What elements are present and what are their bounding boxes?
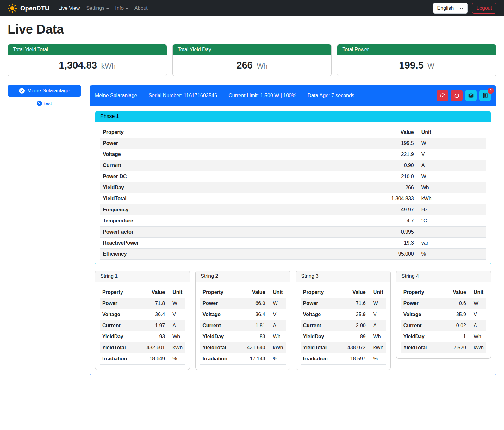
value-cell: 71.6 xyxy=(339,298,368,309)
event-log-button[interactable]: 2 xyxy=(479,90,491,101)
inverter-select-button[interactable]: Meine Solaranlage xyxy=(8,85,81,97)
page-title: Live Data xyxy=(8,22,496,36)
nav-about[interactable]: About xyxy=(131,3,151,14)
value-cell: 93 xyxy=(138,331,167,342)
unit-cell: % xyxy=(268,353,286,365)
property-cell: Current xyxy=(301,320,339,331)
property-cell: Power xyxy=(100,138,289,149)
unit-cell: V xyxy=(167,309,185,320)
unit-cell: kWh xyxy=(167,342,185,353)
data-age: Data Age: 7 seconds xyxy=(308,93,354,98)
value-header: Value xyxy=(238,287,268,298)
string-3-card: String 3 Property Value Unit xyxy=(296,271,391,370)
unit-cell: % xyxy=(416,249,486,260)
table-row: Frequency49.97Hz xyxy=(100,204,486,215)
property-header: Property xyxy=(401,287,442,298)
property-cell: YieldDay xyxy=(301,331,339,342)
property-header: Property xyxy=(200,287,238,298)
value-cell: 221.9 xyxy=(289,149,416,160)
nav-live-view[interactable]: Live View xyxy=(55,3,83,14)
property-cell: YieldDay xyxy=(100,182,289,193)
string-table: Property Value Unit Power0.6WVoltage35.9… xyxy=(401,287,486,353)
phase-card-body: Property Value Unit Power199.5WVoltage22… xyxy=(95,122,491,265)
unit-cell: Hz xyxy=(416,204,486,215)
value-cell: 66.0 xyxy=(238,298,268,309)
nav-settings-label: Settings xyxy=(86,5,104,11)
value-cell: 2.00 xyxy=(339,320,368,331)
summary-card-title: Total Yield Total xyxy=(8,44,167,55)
value-cell: 36.4 xyxy=(138,309,167,320)
summary-card-body: 199.5 W xyxy=(337,55,496,76)
string-table: Property Value Unit Power66.0WVoltage36.… xyxy=(200,287,285,365)
unit-header: Unit xyxy=(469,287,486,298)
property-cell: YieldTotal xyxy=(200,342,238,353)
string-card-body: Property Value Unit Power0.6WVoltage35.9… xyxy=(396,282,491,358)
value-cell: 89 xyxy=(339,331,368,342)
value-cell: 17.143 xyxy=(238,353,268,365)
table-row: Voltage36.4V xyxy=(100,309,185,320)
inverter-panel-header: Meine Solaranlage Serial Number: 1161716… xyxy=(90,85,496,106)
table-row: YieldTotal432.601kWh xyxy=(100,342,185,353)
summary-cards: Total Yield Total 1,304.83 kWh Total Yie… xyxy=(8,44,496,76)
table-row: Voltage35.9V xyxy=(401,309,486,320)
value-header: Value xyxy=(442,287,469,298)
inverter-selected-label: Meine Solaranlage xyxy=(27,88,69,94)
property-cell: Current xyxy=(100,320,138,331)
event-count-badge: 2 xyxy=(488,88,494,94)
unit-cell: kWh xyxy=(416,193,486,204)
property-cell: YieldDay xyxy=(100,331,138,342)
table-row: ReactivePower19.3var xyxy=(100,238,486,249)
summary-card-body: 1,304.83 kWh xyxy=(8,55,167,76)
value-cell: 438.072 xyxy=(339,342,368,353)
sun-logo-icon xyxy=(8,3,17,13)
brand-link[interactable]: OpenDTU xyxy=(8,3,49,13)
total-yield-day-card: Total Yield Day 266 Wh xyxy=(172,44,332,76)
table-row: Power71.6W xyxy=(301,298,386,309)
summary-value: 199.5 xyxy=(399,60,424,71)
table-row: Irradiation18.597% xyxy=(301,353,386,365)
device-info-button[interactable] xyxy=(465,90,477,101)
inverter-item-test[interactable]: test xyxy=(8,101,81,106)
unit-cell: A xyxy=(268,320,286,331)
logout-button[interactable]: Logout xyxy=(472,3,496,14)
nav-info[interactable]: Info xyxy=(112,3,131,14)
nav-settings[interactable]: Settings xyxy=(83,3,112,14)
property-cell: Current xyxy=(401,320,442,331)
serial-number: Serial Number: 116171603546 xyxy=(148,93,217,98)
summary-card-title: Total Power xyxy=(337,44,496,55)
property-cell: Voltage xyxy=(200,309,238,320)
table-row: Power199.5W xyxy=(100,138,486,149)
unit-header: Unit xyxy=(167,287,185,298)
unit-cell: A xyxy=(416,160,486,171)
chevron-down-icon xyxy=(106,8,109,9)
table-row: Current1.81A xyxy=(200,320,285,331)
power-button[interactable] xyxy=(451,90,463,101)
value-cell: 1.97 xyxy=(138,320,167,331)
unit-cell: W xyxy=(167,298,185,309)
property-cell: YieldTotal xyxy=(100,193,289,204)
table-row: Power0.6W xyxy=(401,298,486,309)
unit-cell: Wh xyxy=(368,331,386,342)
table-row: YieldDay1Wh xyxy=(401,331,486,342)
value-cell: 18.597 xyxy=(339,353,368,365)
string-card-title: String 1 xyxy=(95,271,190,282)
phase-card: Phase 1 Property Value Unit Power199.5WV… xyxy=(95,111,491,265)
property-cell: Temperature xyxy=(100,215,289,227)
value-cell: 36.4 xyxy=(238,309,268,320)
table-row: YieldTotal438.072kWh xyxy=(301,342,386,353)
language-select[interactable]: English xyxy=(433,3,468,14)
nav-info-label: Info xyxy=(115,5,124,11)
table-header-row: Property Value Unit xyxy=(200,287,285,298)
limit-settings-button[interactable] xyxy=(437,90,448,101)
value-cell: 71.8 xyxy=(138,298,167,309)
value-cell: 0.90 xyxy=(289,160,416,171)
property-cell: YieldTotal xyxy=(100,342,138,353)
table-row: YieldTotal1,304.833kWh xyxy=(100,193,486,204)
value-cell: 19.3 xyxy=(289,238,416,249)
string-card-body: Property Value Unit Power71.6WVoltage35.… xyxy=(296,282,390,370)
summary-unit: W xyxy=(427,62,434,70)
property-cell: YieldTotal xyxy=(401,342,442,353)
table-row: Power71.8W xyxy=(100,298,185,309)
unit-header: Unit xyxy=(416,127,486,138)
property-cell: Power DC xyxy=(100,171,289,182)
